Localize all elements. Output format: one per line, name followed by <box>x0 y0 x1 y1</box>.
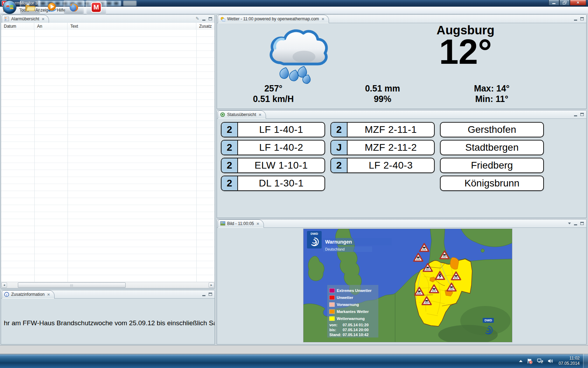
place-button[interactable]: Königsbrunn <box>440 176 544 191</box>
vehicle-status-button[interactable]: J MZF 2-11-2 <box>330 140 435 155</box>
panel-minimize-icon[interactable] <box>574 16 577 21</box>
temp-max: Max: 14° <box>446 83 537 94</box>
tab-label: Zusatzinformation <box>11 292 44 297</box>
status-badge: 2 <box>222 141 238 155</box>
tab-label: Wetter - 11:00 powered by openweathermap… <box>227 16 319 21</box>
vehicle-name: ELW 1-10-1 <box>238 158 324 172</box>
col-datum[interactable]: Datum <box>1 23 34 30</box>
horizontal-scrollbar[interactable]: ◄ ► <box>1 282 215 288</box>
panel-minimize-icon[interactable] <box>574 221 577 225</box>
taskbar-explorer[interactable] <box>20 0 40 14</box>
legend-label: Vorwarnung <box>337 302 359 307</box>
valid-from: 07.05.14 01:20 <box>343 323 369 327</box>
desktop-strip <box>0 345 588 354</box>
volume-icon[interactable] <box>547 358 554 364</box>
vehicle-name: MZF 2-11-2 <box>348 141 434 155</box>
scrollbar-thumb[interactable] <box>18 282 126 288</box>
vehicle-status-button[interactable]: 2 MZF 2-11-1 <box>330 122 435 137</box>
temp-min: Min: 11° <box>446 94 537 104</box>
panel-minimize-icon[interactable] <box>202 16 205 21</box>
wetter-tabstrip: Wetter - 11:00 powered by openweathermap… <box>217 15 586 23</box>
wetter-content: Augsburg 12° 257° 0.51 km/H 0.51 mm 99% … <box>217 23 586 109</box>
tab-statusuebersicht[interactable]: Statusübersicht ✕ <box>218 110 266 119</box>
alarm-table: Datum An Text Zusatz ◄ ► <box>1 23 215 288</box>
tab-close-icon[interactable]: ✕ <box>257 222 259 226</box>
panel-maximize-icon[interactable] <box>580 113 584 116</box>
dwd-warning-map: DWD Warnungen Deutschland Extremes Unwet… <box>303 229 512 342</box>
action-center-flag-icon[interactable] <box>527 358 533 364</box>
tab-close-icon[interactable]: ✕ <box>47 293 50 297</box>
status-column-1: 2 LF 1-40-1 2 LF 1-40-2 2 ELW 1-10-1 2 D… <box>221 122 325 191</box>
scroll-right-button[interactable]: ► <box>209 282 214 288</box>
panel-menu-icon[interactable] <box>568 223 571 224</box>
status-column-3: Gersthofen Stadtbergen Friedberg Königsb… <box>440 122 544 191</box>
alarmmonitor-icon: M <box>91 2 102 13</box>
window-close-button[interactable]: ✕ <box>570 0 586 6</box>
tab-bild[interactable]: Bild - 11:00:05 ✕ <box>218 219 264 228</box>
vehicle-status-button[interactable]: 2 LF 1-40-1 <box>221 122 325 137</box>
bild-panel: Bild - 11:00:05 ✕ <box>217 219 587 345</box>
status-column-2: 2 MZF 2-11-1 J MZF 2-11-2 2 LF 2-40-3 <box>330 122 435 173</box>
show-desktop-button[interactable] <box>583 354 588 368</box>
vehicle-name: MZF 2-11-1 <box>348 123 434 137</box>
panel-maximize-icon[interactable] <box>209 293 212 296</box>
col-text[interactable]: Text <box>68 23 196 30</box>
tab-close-icon[interactable]: ✕ <box>42 17 44 21</box>
panel-minimize-icon[interactable] <box>202 292 205 296</box>
place-button[interactable]: Friedberg <box>440 158 544 173</box>
edit-icon[interactable]: ✎ <box>196 17 199 20</box>
tab-wetter[interactable]: Wetter - 11:00 powered by openweathermap… <box>218 15 329 23</box>
legend-label: Wetterwarnung <box>337 316 365 321</box>
weather-wind: 257° 0.51 km/H <box>228 83 319 104</box>
alarm-panel: Alarmübersicht ✕ ✎ Datum An Text Zusatz … <box>1 14 215 288</box>
panel-maximize-icon[interactable] <box>209 17 212 20</box>
col-an[interactable]: An <box>34 23 68 30</box>
vehicle-status-button[interactable]: 2 LF 1-40-2 <box>221 140 325 155</box>
panel-maximize-icon[interactable] <box>580 17 584 20</box>
weather-precip: 0.51 mm 99% <box>337 83 428 104</box>
tray-expand-icon[interactable] <box>519 360 523 362</box>
alarm-tabstrip: Alarmübersicht ✕ ✎ <box>1 15 215 23</box>
rain-cloud-icon <box>265 24 332 84</box>
panel-maximize-icon[interactable] <box>580 222 584 225</box>
media-player-icon <box>46 1 57 13</box>
vehicle-status-button[interactable]: 2 ELW 1-10-1 <box>221 158 325 173</box>
taskbar-firefox[interactable] <box>64 0 84 14</box>
firefox-icon <box>68 2 79 13</box>
panel-minimize-icon[interactable] <box>574 112 577 116</box>
bild-content: DWD Warnungen Deutschland Extremes Unwet… <box>217 227 586 344</box>
tab-zusatzinformation[interactable]: i Zusatzinformation ✕ <box>2 290 55 299</box>
vehicle-status-button[interactable]: 2 DL 1-30-1 <box>221 176 325 191</box>
col-zusatz[interactable]: Zusatz <box>196 23 215 30</box>
system-tray: 11:02 07.05.2014 <box>517 354 588 368</box>
status-tabstrip: Statusübersicht ✕ <box>217 110 586 119</box>
tab-close-icon[interactable]: ✕ <box>321 17 324 21</box>
tab-label: Statusübersicht <box>227 112 256 117</box>
place-button[interactable]: Gersthofen <box>440 122 544 137</box>
map-subtitle: Deutschland <box>325 247 345 251</box>
tab-alarmuebersicht[interactable]: Alarmübersicht ✕ <box>2 15 49 23</box>
redacted-title-text-2 <box>123 1 136 6</box>
tab-label: Bild - 11:00:05 <box>227 221 254 226</box>
vehicle-name: DL 1-30-1 <box>238 176 324 190</box>
start-button[interactable] <box>3 0 16 14</box>
tab-close-icon[interactable]: ✕ <box>259 113 261 117</box>
status-badge: 2 <box>331 123 348 137</box>
clock-date: 07.05.2014 <box>559 361 580 366</box>
legend-label: Unwetter <box>337 295 354 300</box>
window-restore-button[interactable] <box>559 0 570 6</box>
ticker-text: hr am FFW-Haus Brandschutzwoche vom 25.0… <box>4 319 215 327</box>
scroll-left-button[interactable]: ◄ <box>1 282 7 288</box>
valid-to: 07.05.14 20:00 <box>343 328 369 332</box>
alarm-list-icon <box>4 16 9 21</box>
place-button[interactable]: Stadtbergen <box>440 140 544 155</box>
network-icon[interactable] <box>537 358 543 364</box>
taskbar-media-player[interactable] <box>42 0 62 14</box>
window-minimize-button[interactable] <box>548 0 559 6</box>
taskbar-alarmmonitor[interactable]: M <box>86 0 106 14</box>
legend-label: Extremes Unwetter <box>337 288 372 293</box>
vehicle-status-button[interactable]: 2 LF 2-40-3 <box>330 158 435 173</box>
image-tab-icon <box>220 221 225 226</box>
dwd-logo-text-2: DWD <box>484 319 492 322</box>
tray-clock[interactable]: 11:02 07.05.2014 <box>559 356 580 366</box>
